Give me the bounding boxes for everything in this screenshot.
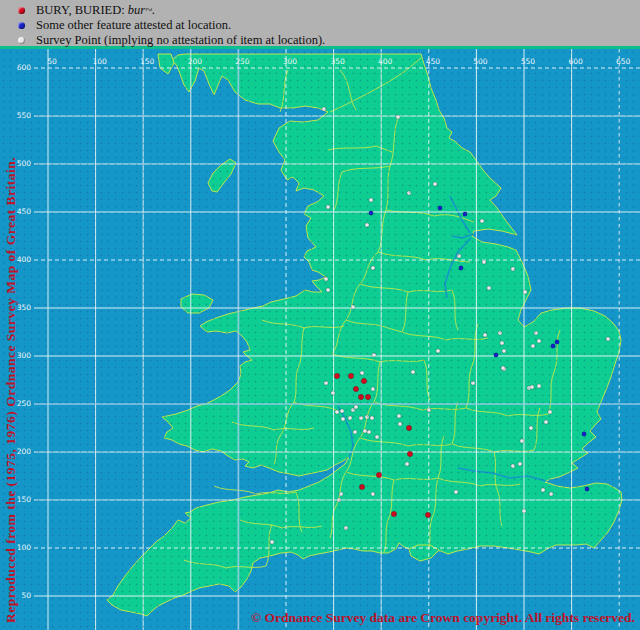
survey-point-dot	[520, 439, 524, 443]
survey-point-dot	[341, 417, 345, 421]
survey-point-dot	[363, 429, 367, 433]
survey-point-dot	[369, 198, 373, 202]
survey-point-dot	[270, 540, 274, 544]
survey-point-dot	[487, 286, 491, 290]
legend-item-other-feature: Some other feature attested at location.	[0, 18, 640, 33]
attestation-dot	[361, 378, 366, 383]
survey-point-dot	[544, 420, 548, 424]
survey-point-dot	[398, 422, 402, 426]
other-feature-dot	[555, 340, 559, 344]
red-dot-icon	[18, 7, 25, 14]
survey-point-dot	[522, 509, 526, 513]
other-feature-dot	[585, 487, 589, 491]
survey-point-dot	[371, 387, 375, 391]
attestation-dot	[376, 472, 381, 477]
other-feature-dot	[551, 344, 555, 348]
map-canvas[interactable]: 5010015020025030035040045050055060065060…	[0, 0, 640, 630]
survey-point-dot	[511, 464, 515, 468]
attestation-dot	[358, 394, 363, 399]
legend-item-label: Some other feature attested at location.	[36, 18, 231, 33]
easting-label: 650	[616, 57, 631, 66]
survey-point-dot	[433, 182, 437, 186]
survey-point-dot	[529, 426, 533, 430]
survey-point-dot	[353, 430, 357, 434]
attestation-dot	[406, 425, 411, 430]
attestation-dot	[359, 484, 364, 489]
easting-label: 550	[521, 57, 536, 66]
survey-point-dot	[359, 416, 363, 420]
survey-point-dot	[326, 205, 330, 209]
survey-point-dot	[457, 254, 461, 258]
survey-point-dot	[340, 409, 344, 413]
attestation-dot	[365, 394, 370, 399]
legend-item-label: Survey Point (implying no attestation of…	[36, 33, 325, 48]
survey-point-dot	[471, 381, 475, 385]
easting-label: 600	[568, 57, 583, 66]
other-feature-dot	[494, 353, 498, 357]
survey-point-dot	[344, 526, 348, 530]
easting-label: 400	[378, 57, 393, 66]
survey-point-dot	[483, 333, 487, 337]
survey-point-dot	[396, 115, 400, 119]
other-feature-dot	[463, 212, 467, 216]
easting-label: 300	[283, 57, 298, 66]
copyright-notice: © Ordnance Survey data are Crown copyrig…	[251, 610, 635, 626]
legend: BURY, BURIED: bur~. Some other feature a…	[0, 0, 640, 46]
survey-point-dot	[549, 492, 553, 496]
survey-point-dot	[541, 488, 545, 492]
survey-point-dot	[348, 416, 352, 420]
easting-label: 150	[140, 57, 155, 66]
survey-point-dot	[548, 410, 552, 414]
survey-point-dot	[606, 337, 610, 341]
survey-point-dot	[501, 366, 505, 370]
attestation-dot	[425, 512, 430, 517]
survey-point-dot	[534, 331, 538, 335]
legend-item-label: BURY, BURIED: bur~.	[36, 3, 155, 18]
survey-point-dot	[371, 266, 375, 270]
survey-point-dot	[397, 414, 401, 418]
attestation-dot	[407, 451, 412, 456]
survey-point-dot	[436, 349, 440, 353]
easting-label: 100	[92, 57, 107, 66]
easting-label: 500	[473, 57, 488, 66]
other-feature-dot	[369, 211, 373, 215]
survey-point-dot	[405, 462, 409, 466]
survey-point-dot	[337, 498, 341, 502]
survey-point-dot	[480, 219, 484, 223]
survey-point-dot	[511, 267, 515, 271]
survey-point-dot	[454, 490, 458, 494]
survey-point-dot	[331, 391, 335, 395]
survey-point-dot	[531, 344, 535, 348]
legend-item-attested: BURY, BURIED: bur~.	[0, 3, 640, 18]
survey-point-dot	[518, 462, 522, 466]
survey-point-dot	[367, 430, 371, 434]
map-viewer-window: BURY, BURIED: bur~. Some other feature a…	[0, 0, 640, 630]
survey-point-dot	[502, 349, 506, 353]
survey-point-dot	[322, 107, 326, 111]
survey-point-dot	[482, 260, 486, 264]
survey-point-dot	[339, 492, 343, 496]
survey-point-dot	[537, 384, 541, 388]
survey-point-dot	[324, 277, 328, 281]
attestation-dot	[334, 373, 339, 378]
survey-point-dot	[407, 191, 411, 195]
survey-point-dot	[411, 370, 415, 374]
survey-point-dot	[523, 290, 527, 294]
source-caption-vertical: Reproduced from the (1975, 1976) Ordnanc…	[3, 157, 19, 623]
northing-label: 550	[17, 111, 32, 120]
legend-item-survey-point: Survey Point (implying no attestation of…	[0, 33, 640, 48]
northing-label: 600	[17, 63, 32, 72]
survey-point-dot	[498, 331, 502, 335]
survey-point-dot	[537, 339, 541, 343]
survey-point-dot	[372, 353, 376, 357]
easting-label: 250	[235, 57, 250, 66]
survey-point-dot	[370, 416, 374, 420]
attestation-dot	[348, 373, 353, 378]
attestation-dot	[391, 511, 396, 516]
survey-point-dot	[351, 305, 355, 309]
easting-label: 350	[330, 57, 345, 66]
other-feature-dot	[582, 432, 586, 436]
survey-point-dot	[371, 492, 375, 496]
survey-point-dot	[335, 410, 339, 414]
other-feature-dot	[459, 266, 463, 270]
